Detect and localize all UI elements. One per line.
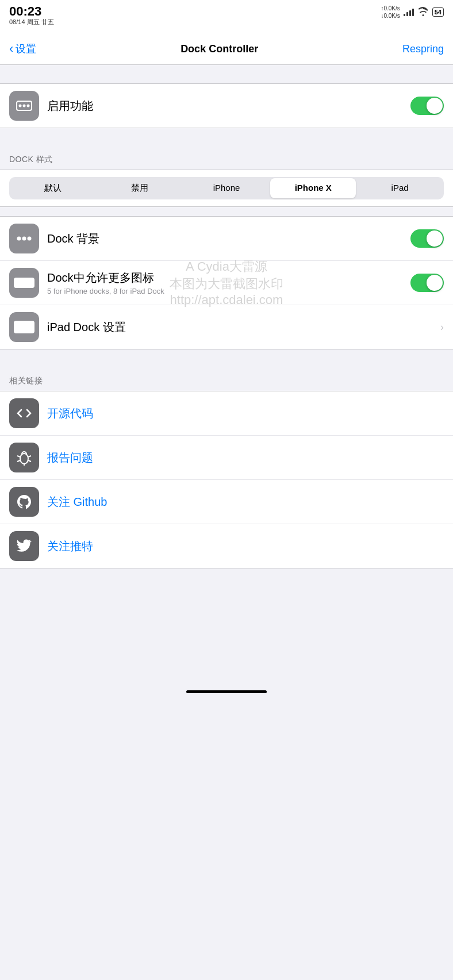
segment-ipad[interactable]: iPad <box>357 178 443 198</box>
dock-more-icons-label-wrap: Dock中允许更多图标 5 for iPhone docks, 8 for iP… <box>47 270 410 295</box>
svg-rect-8 <box>16 280 20 285</box>
gap1 <box>0 65 453 83</box>
dock-more-icons-icon <box>9 268 39 298</box>
twitter-icon-bg <box>9 531 39 561</box>
twitter-label: 关注推特 <box>47 539 444 554</box>
dock-more-icons-toggle[interactable] <box>410 274 444 292</box>
wifi-icon <box>417 7 429 18</box>
signal-bars <box>404 8 414 16</box>
home-bar <box>186 690 267 693</box>
segment-iphone[interactable]: iPhone <box>184 178 270 198</box>
github-icon-bg <box>9 487 39 517</box>
svg-line-16 <box>17 456 20 457</box>
enable-icon <box>9 91 39 121</box>
dock-settings-group: Dock 背景 Dock中允许更多图标 5 for iPhone docks, … <box>0 216 453 349</box>
bottom-space <box>0 568 453 683</box>
respring-button[interactable]: Respring <box>402 43 444 55</box>
status-date: 08/14 周五 廿五 <box>9 18 54 26</box>
opensource-row[interactable]: 开源代码 <box>0 391 453 436</box>
back-button[interactable]: ‹ 设置 <box>9 41 36 56</box>
status-time-date: 00:23 08/14 周五 廿五 <box>9 5 54 26</box>
code-icon-bg <box>9 398 39 428</box>
svg-point-15 <box>20 454 28 464</box>
dock-more-icons-row: Dock中允许更多图标 5 for iPhone docks, 8 for iP… <box>0 261 453 305</box>
navigation-bar: ‹ 设置 Dock Controller Respring <box>0 34 453 65</box>
enable-group: 启用功能 <box>0 83 453 128</box>
svg-line-17 <box>28 456 31 457</box>
dock-bg-row: Dock 背景 <box>0 217 453 261</box>
segment-default[interactable]: 默认 <box>10 178 96 198</box>
enable-toggle[interactable] <box>410 97 444 115</box>
segment-group: 默认 禁用 iPhone iPhone X iPad <box>0 170 453 207</box>
enable-row: 启用功能 <box>0 84 453 128</box>
network-speed: ↑0.0K/s ↓0.0K/s <box>381 5 400 20</box>
dock-bg-toggle[interactable] <box>410 229 444 248</box>
gap2 <box>0 128 453 147</box>
svg-point-5 <box>22 237 26 241</box>
dock-more-icons-sublabel: 5 for iPhone docks, 8 for iPad Dock <box>47 287 410 295</box>
bug-icon-bg <box>9 443 39 472</box>
ipad-dock-settings-row[interactable]: iPad Dock 设置 › <box>0 305 453 349</box>
svg-point-4 <box>17 237 21 241</box>
ipad-dock-chevron: › <box>440 321 444 333</box>
home-indicator <box>0 683 453 698</box>
dock-more-icons-label: Dock中允许更多图标 <box>47 270 410 286</box>
chevron-back-icon: ‹ <box>9 41 13 56</box>
back-label: 设置 <box>16 42 36 56</box>
enable-label: 启用功能 <box>47 98 410 114</box>
toggle-knob <box>427 98 443 114</box>
svg-rect-13 <box>22 329 26 332</box>
status-time: 00:23 <box>9 5 54 18</box>
related-links-group: 开源代码 报告问题 关注 Github <box>0 391 453 568</box>
svg-rect-10 <box>28 280 32 285</box>
svg-line-19 <box>28 460 31 462</box>
status-right: ↑0.0K/s ↓0.0K/s 54 <box>381 5 444 20</box>
battery-indicator: 54 <box>432 7 444 17</box>
svg-point-1 <box>19 105 22 107</box>
related-section-label: 相关链接 <box>0 368 453 391</box>
dock-style-label: DOCK 样式 <box>0 147 453 170</box>
page-title: Dock Controller <box>181 43 258 55</box>
ipad-dock-icon <box>9 312 39 342</box>
dock-bg-icon <box>9 224 39 253</box>
github-row[interactable]: 关注 Github <box>0 480 453 524</box>
segment-iphonex[interactable]: iPhone X <box>270 178 356 198</box>
opensource-label: 开源代码 <box>47 406 444 421</box>
status-bar: 00:23 08/14 周五 廿五 ↑0.0K/s ↓0.0K/s 54 <box>0 0 453 34</box>
svg-point-6 <box>28 237 32 241</box>
svg-line-18 <box>17 460 20 462</box>
svg-point-2 <box>23 105 26 107</box>
dock-bg-label: Dock 背景 <box>47 231 410 247</box>
github-label: 关注 Github <box>47 494 444 510</box>
twitter-row[interactable]: 关注推特 <box>0 524 453 568</box>
report-issue-row[interactable]: 报告问题 <box>0 436 453 480</box>
gap3 <box>0 207 453 216</box>
segment-disabled[interactable]: 禁用 <box>97 178 183 198</box>
svg-rect-12 <box>16 329 20 332</box>
ipad-dock-label: iPad Dock 设置 <box>47 320 440 335</box>
dock-rows-wrap: Dock 背景 Dock中允许更多图标 5 for iPhone docks, … <box>0 216 453 349</box>
svg-point-3 <box>27 105 30 107</box>
segment-control: 默认 禁用 iPhone iPhone X iPad <box>9 177 444 199</box>
svg-rect-14 <box>28 329 32 332</box>
report-issue-label: 报告问题 <box>47 450 444 466</box>
gap4 <box>0 349 453 368</box>
svg-rect-9 <box>22 280 26 285</box>
